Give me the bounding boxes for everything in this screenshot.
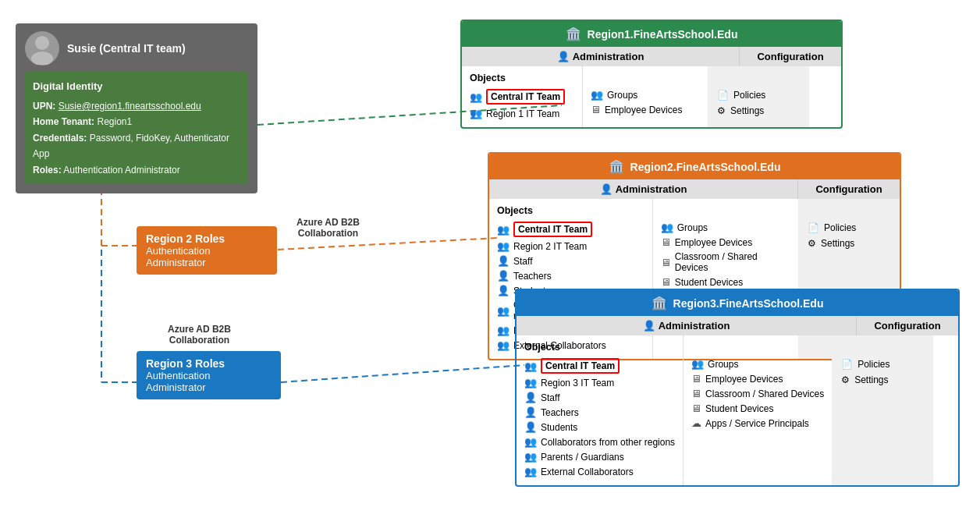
region3-grp-0: 👥 Groups [691,357,824,371]
region2-admin-label: 👤 Administration [489,179,798,199]
region3-grp-1: 🖥 Employee Devices [691,371,824,386]
region1-domain: Region1.FineArtsSchool.Edu [588,28,738,41]
svg-point-7 [35,36,49,50]
susie-name: Susie (Central IT team) [67,42,186,55]
region2-config-label: Configuration [798,179,900,199]
region2-domain: Region2.FineArtsSchool.Edu [630,161,781,173]
roles-line: Roles: Authentication Administrator [33,162,240,178]
region3-settings: ⚙ Settings [841,372,924,388]
region2-central-it: Central IT Team [513,222,592,237]
credentials-line: Credentials: Password, FidoKey, Authenti… [33,130,240,162]
region3-admin-label: 👤 Administration [517,316,857,335]
region3-domain: Region3.FineArtsSchool.Edu [673,297,824,310]
region3-central-it: Central IT Team [541,358,620,374]
region1-item-0-name: Central IT Team [486,89,565,105]
region1-header: 🏛️ Region1.FineArtsSchool.Edu [462,21,841,47]
region2-item-1: 👥 Region 2 IT Team [497,239,644,254]
region3-item-4: 👤 Students [524,420,675,435]
region3-cloud-icon: 🏛️ [652,296,667,310]
region3-policies: 📄 Policies [841,357,924,372]
region1-config-label: Configuration [740,47,841,66]
region3-section-divider: 👤 Administration Configuration [517,316,958,335]
region3-item-3: 👤 Teachers [524,405,675,420]
region3-config-panel: x 📄 Policies ⚙ Settings [832,335,933,485]
region2-settings: ⚙ Settings [808,236,890,251]
region1-item-0-icon: 👥 [470,91,482,103]
region1-admin-label: 👤 Administration [462,47,740,66]
digital-identity-title: Digital Identity [33,78,240,95]
region1-item-1-icon: 👥 [470,108,482,119]
region1-objects-section: Objects 👥 Central IT Team 👥 Region 1 IT … [462,66,583,127]
region2-section-divider: 👤 Administration Configuration [489,179,900,199]
region3-tenant-panel: 🏛️ Region3.FineArtsSchool.Edu 👤 Administ… [515,289,960,487]
region3-header: 🏛️ Region3.FineArtsSchool.Edu [517,290,958,316]
region1-body: Objects 👥 Central IT Team 👥 Region 1 IT … [462,66,841,127]
region3-config-label: Configuration [857,316,958,335]
susie-header: Susie (Central IT team) [25,31,248,66]
region3-item-7: 👥 External Collaborators [524,464,675,479]
region2-grp-1: 🖥 Employee Devices [661,235,790,250]
region2-grp-3: 🖥 Student Devices [661,275,790,289]
region3-roles-title: Region 3 Roles [146,357,272,370]
region1-section-divider: 👤 Administration Configuration [462,47,841,66]
region3-item-1: 👥 Region 3 IT Team [524,375,675,390]
svg-point-8 [31,51,53,65]
svg-line-1 [278,238,497,250]
region1-tenant-panel: 🏛️ Region1.FineArtsSchool.Edu 👤 Administ… [460,20,843,129]
region1-item-0: 👥 Central IT Team [470,87,574,106]
region3-objects-label: Objects [524,342,675,353]
region3-roles-box: Region 3 Roles Authentication Administra… [137,351,281,399]
region1-config-policies: 📄 Policies [717,87,800,103]
region1-config-panel: x 📄 Policies ⚙ Settings [708,66,809,127]
b2b-label-1: Azure AD B2B Collaboration [296,217,360,239]
region3-grp-4: ☁ Apps / Service Principals [691,416,824,431]
region2-grp-0: 👥 Groups [661,220,790,235]
region2-policies: 📄 Policies [808,220,890,236]
home-tenant-line: Home Tenant: Region1 [33,114,240,129]
region3-grp-3: 🖥 Student Devices [691,401,824,416]
region2-roles-box: Region 2 Roles Authentication Administra… [137,226,277,275]
region1-group-1: 🖥 Employee Devices [591,102,700,117]
region2-roles-title: Region 2 Roles [146,232,268,245]
region2-grp-2: 🖥 Classroom / Shared Devices [661,250,790,275]
region3-groups-section: x 👥 Groups 🖥 Employee Devices 🖥 Classroo… [684,335,832,485]
region1-groups-section: x 👥 Groups 🖥 Employee Devices [583,66,708,127]
region3-body: Objects 👥 Central IT Team 👥 Region 3 IT … [517,335,958,485]
region2-item-2: 👤 Staff [497,254,644,268]
region2-roles-subtitle: Authentication Administrator [146,245,268,268]
avatar [25,31,59,66]
main-container: Susie (Central IT team) Digital Identity… [0,0,980,525]
region1-cloud-icon: 🏛️ [566,27,581,41]
region3-item-2: 👤 Staff [524,390,675,405]
region1-item-1: 👥 Region 1 IT Team [470,106,574,121]
region2-item-0: 👥 Central IT Team [497,220,644,239]
upn-line: UPN: Susie@region1.fineartsschool.edu [33,98,240,114]
b2b-label-2: Azure AD B2B Collaboration [168,324,231,346]
region3-roles-subtitle: Authentication Administrator [146,370,272,393]
region3-objects-section: Objects 👥 Central IT Team 👥 Region 3 IT … [517,335,684,485]
digital-identity-box: Digital Identity UPN: Susie@region1.fine… [25,72,248,184]
region1-objects-label: Objects [470,73,574,83]
svg-line-6 [281,365,524,382]
region3-item-5: 👥 Collaborators from other regions [524,435,675,449]
region2-header: 🏛️ Region2.FineArtsSchool.Edu [489,154,900,179]
region2-objects-label: Objects [497,205,644,216]
region1-item-1-name: Region 1 IT Team [486,108,559,119]
susie-card: Susie (Central IT team) Digital Identity… [16,23,257,193]
region2-cloud-icon: 🏛️ [609,159,624,174]
region3-item-0: 👥 Central IT Team [524,357,675,375]
region1-config-settings: ⚙ Settings [717,103,800,119]
region1-group-0: 👥 Groups [591,87,700,102]
region3-grp-2: 🖥 Classroom / Shared Devices [691,386,824,401]
region2-item-3: 👤 Teachers [497,268,644,283]
region3-item-6: 👥 Parents / Guardians [524,449,675,464]
